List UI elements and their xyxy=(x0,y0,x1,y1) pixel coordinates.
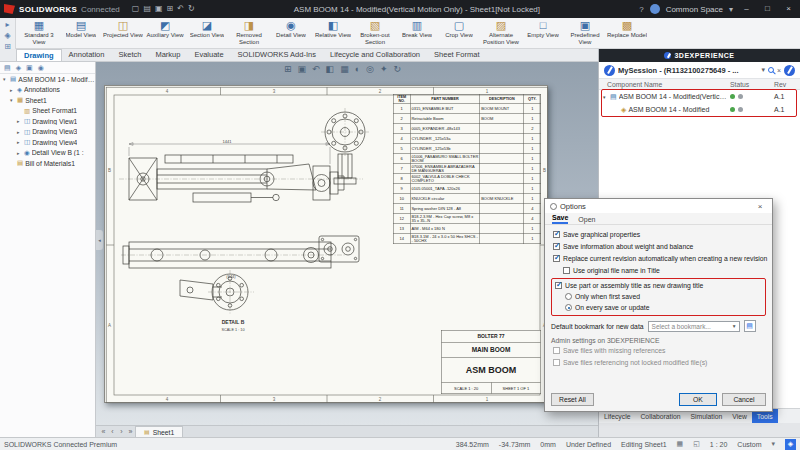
tab-drawing[interactable]: Drawing xyxy=(16,49,62,61)
ribbon-button-section-view[interactable]: ◪Section View xyxy=(186,18,228,48)
3dexperience-icon[interactable]: ◈ xyxy=(785,439,796,450)
undo-icon[interactable]: ↶ xyxy=(177,0,184,18)
rebuild-icon[interactable]: ↻ xyxy=(188,0,195,18)
unit-system[interactable]: Custom xyxy=(737,441,761,448)
checkbox-icon[interactable] xyxy=(553,359,560,366)
ribbon-button-broken-out-section[interactable]: ▧Broken-out Section xyxy=(354,18,396,48)
new-icon[interactable]: ▢ xyxy=(132,0,140,18)
minimize-button[interactable]: – xyxy=(739,0,754,18)
chevron-down-icon[interactable]: ▾ xyxy=(761,66,765,74)
compass-icon[interactable] xyxy=(604,65,615,76)
tree-item-bill-of-materials1[interactable]: ▤Bill of Materials1 xyxy=(0,158,95,169)
bookmark-browse-button[interactable]: ▤ xyxy=(744,320,756,332)
close-button[interactable]: × xyxy=(781,0,796,18)
option-on-every-save-or-update[interactable]: On every save or update xyxy=(553,302,762,313)
previous-view-icon[interactable]: ↶ xyxy=(312,64,320,74)
ribbon-button-auxiliary-view[interactable]: ◩Auxiliary View xyxy=(144,18,186,48)
sketch-icon[interactable]: ◈ xyxy=(4,31,10,40)
option-use-original-file-name-in-title[interactable]: Use original file name in Title xyxy=(551,264,766,276)
radio-icon[interactable] xyxy=(565,304,572,311)
tab-sketch[interactable]: Sketch xyxy=(111,49,148,61)
expand-arrow-icon[interactable]: ▸ xyxy=(17,150,22,156)
ribbon-button-empty-view[interactable]: □Empty View xyxy=(522,18,564,48)
section-view-icon[interactable]: ◧ xyxy=(326,64,335,74)
zoom-fit-icon[interactable]: ⊞ xyxy=(284,64,292,74)
ribbon-button-break-view[interactable]: ▥Break View xyxy=(396,18,438,48)
display-style-icon[interactable]: ◐ xyxy=(355,64,360,74)
dialog-tab-open[interactable]: Open xyxy=(578,216,595,224)
expand-arrow-icon[interactable]: ▾ xyxy=(10,97,15,103)
previous-sheet-icon[interactable]: ‹ xyxy=(108,426,117,437)
expand-arrow-icon[interactable]: ▸ xyxy=(17,139,22,145)
ribbon-button-crop-view[interactable]: ▢Crop View xyxy=(438,18,480,48)
sheet-scale-value[interactable]: 1 : 20 xyxy=(710,441,728,448)
configurationmanager-tab-icon[interactable]: ▣ xyxy=(26,64,33,72)
option-use-part-or-assembly-title-as-new-drawing-title[interactable]: Use part or assembly title as new drawin… xyxy=(553,279,762,291)
option-only-when-first-saved[interactable]: Only when first saved xyxy=(553,291,762,302)
checkbox-icon[interactable] xyxy=(553,231,560,238)
tree-item-drawing-view3[interactable]: ▸◫Drawing View3 xyxy=(0,127,95,138)
ribbon-button-removed-section[interactable]: ◨Removed Section xyxy=(228,18,270,48)
last-sheet-icon[interactable]: » xyxy=(126,426,135,437)
ribbon-button-relative-view[interactable]: ◧Relative View xyxy=(312,18,354,48)
help-icon[interactable]: ? xyxy=(639,5,643,14)
checkbox-icon[interactable] xyxy=(553,347,560,354)
graphics-area[interactable]: ⊞▣↶◧▦◐◎✦↻ ◂ 44332211BBAA xyxy=(96,62,598,425)
tab-lifecycle-and-collaboration[interactable]: Lifecycle and Collaboration xyxy=(323,49,427,61)
ribbon-button-projected-view[interactable]: ◫Projected View xyxy=(102,18,144,48)
propertymanager-tab-icon[interactable]: ◈ xyxy=(16,64,21,72)
drawing-view-top[interactable]: (644) xyxy=(121,242,345,279)
chevron-down-icon[interactable]: ▾ xyxy=(771,440,775,448)
chevron-down-icon[interactable]: ▾ xyxy=(729,5,733,14)
view-settings-icon[interactable]: ✦ xyxy=(380,64,388,74)
featuremanager-tab-icon[interactable]: ▤ xyxy=(4,64,11,72)
tree-item-annotations[interactable]: ▸◈Annotations xyxy=(0,85,95,96)
user-avatar[interactable] xyxy=(650,4,660,14)
component-row-asm-boom-14-modified-vertical-motion[interactable]: ▾▤ASM BOOM 14 - Modified(Vertical Motion… xyxy=(599,90,800,103)
drawing-view-flange[interactable] xyxy=(321,108,369,184)
radio-icon[interactable] xyxy=(565,293,572,300)
dimxpert-tab-icon[interactable]: ◉ xyxy=(38,64,44,72)
tab-annotation[interactable]: Annotation xyxy=(62,49,112,61)
tree-item-drawing-view4[interactable]: ▸◫Drawing View4 xyxy=(0,137,95,148)
expand-arrow-icon[interactable]: ▾ xyxy=(3,76,8,82)
dialog-close-button[interactable]: × xyxy=(753,202,767,211)
ribbon-button-alternate-position-view[interactable]: ▨Alternate Position View xyxy=(480,18,522,48)
ok-button[interactable]: OK xyxy=(679,393,717,406)
expand-arrow-icon[interactable]: ▸ xyxy=(10,87,15,93)
sheet-scale-icon[interactable]: ◱ xyxy=(693,440,700,448)
ribbon-button-model-view[interactable]: ▤Model View xyxy=(60,18,102,48)
first-sheet-icon[interactable]: « xyxy=(99,426,108,437)
checkbox-icon[interactable] xyxy=(555,282,562,289)
close-icon[interactable]: × xyxy=(777,67,781,74)
zoom-area-icon[interactable]: ▣ xyxy=(298,64,307,74)
search-icon[interactable] xyxy=(768,67,774,73)
rotate-view-icon[interactable]: ↻ xyxy=(393,64,401,74)
option-replace-current-revision-automatically-when-creating-a-new-revision[interactable]: Replace current revision automatically w… xyxy=(551,252,766,264)
tab-solidworks-add-ins[interactable]: SOLIDWORKS Add-Ins xyxy=(231,49,323,61)
print-icon[interactable]: ⊞ xyxy=(167,0,174,18)
tab-markup[interactable]: Markup xyxy=(148,49,187,61)
expand-arrow-icon[interactable]: ▸ xyxy=(17,129,22,135)
option-save-information-about-weight-and-balance[interactable]: Save information about weight and balanc… xyxy=(551,240,766,252)
save-icon[interactable]: ▣ xyxy=(155,0,163,18)
panel-collapse-handle[interactable]: ◂ xyxy=(96,230,103,250)
drawing-sheet[interactable]: 44332211BBAA xyxy=(104,85,548,403)
option-save-files-with-missing-references[interactable]: Save files with missing references xyxy=(551,344,766,356)
bookmark-select[interactable]: Select a bookmark... ▾ xyxy=(648,321,740,332)
bom-table-region[interactable]: ITEM NO.PART NUMBERDESCRIPTIONQTY.10315_… xyxy=(393,94,541,266)
ribbon-button-detail-view[interactable]: ◉Detail View xyxy=(270,18,312,48)
ribbon-button-standard-3-view[interactable]: ▦Standard 3 View xyxy=(18,18,60,48)
tree-item-drawing-view1[interactable]: ▸◫Drawing View1 xyxy=(0,116,95,127)
sheet-tab-sheet1[interactable]: ▤ Sheet1 xyxy=(135,426,183,437)
option-save-graphical-properties[interactable]: Save graphical properties xyxy=(551,228,766,240)
tree-item-asm-boom-14-modified-ve[interactable]: ▾▤ASM BOOM 14 - Modified(Ve xyxy=(0,74,95,85)
checkbox-icon[interactable] xyxy=(563,267,570,274)
component-row-asm-boom-14-modified[interactable]: ◈ASM BOOM 14 - ModifiedA.1 xyxy=(599,103,800,116)
space-label[interactable]: Common Space xyxy=(666,5,723,14)
ribbon-button-replace-model[interactable]: ▩Replace Model xyxy=(606,18,648,48)
hide-show-icon[interactable]: ◎ xyxy=(366,64,374,74)
checkbox-icon[interactable] xyxy=(553,243,560,250)
tree-item-sheet-format1[interactable]: ▥Sheet Format1 xyxy=(0,106,95,117)
tab-evaluate[interactable]: Evaluate xyxy=(187,49,230,61)
